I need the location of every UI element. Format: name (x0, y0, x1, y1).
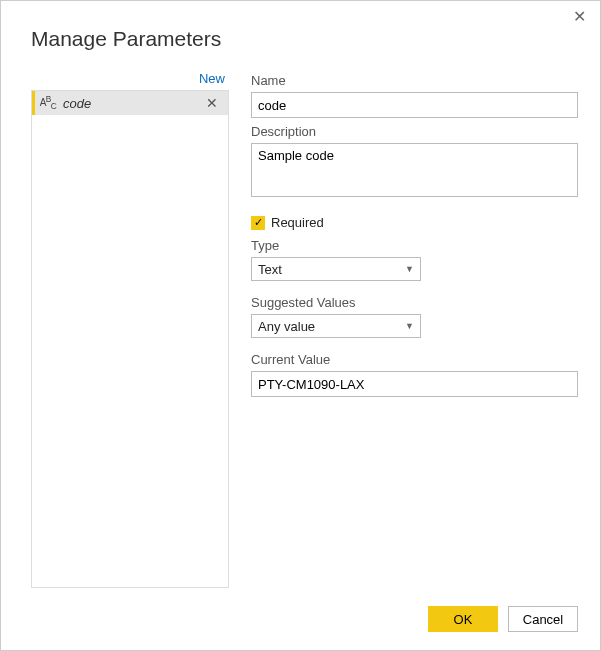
suggested-values-select[interactable]: Any value ▼ (251, 314, 421, 338)
chevron-down-icon: ▼ (405, 321, 414, 331)
parameter-item-name: code (61, 96, 204, 111)
description-input[interactable]: Sample code (251, 143, 578, 197)
name-input[interactable] (251, 92, 578, 118)
parameter-list-item[interactable]: ABC code ✕ (32, 91, 228, 115)
manage-parameters-dialog: ✕ Manage Parameters New ABC code ✕ Name … (0, 0, 601, 651)
dialog-content: New ABC code ✕ Name Description Sample c… (1, 51, 600, 592)
suggested-values-select-value: Any value (258, 319, 315, 334)
type-select-value: Text (258, 262, 282, 277)
required-checkbox[interactable]: ✓ (251, 216, 265, 230)
description-label: Description (251, 124, 578, 139)
chevron-down-icon: ▼ (405, 264, 414, 274)
required-label: Required (271, 215, 324, 230)
parameters-list: ABC code ✕ (31, 90, 229, 588)
dialog-title: Manage Parameters (1, 1, 600, 51)
current-value-label: Current Value (251, 352, 578, 367)
type-label: Type (251, 238, 578, 253)
name-label: Name (251, 73, 578, 88)
current-value-input[interactable] (251, 371, 578, 397)
close-icon[interactable]: ✕ (573, 9, 586, 25)
delete-parameter-icon[interactable]: ✕ (204, 95, 220, 111)
suggested-values-label: Suggested Values (251, 295, 578, 310)
parameter-details-panel: Name Description Sample code ✓ Required … (251, 71, 578, 592)
ok-button[interactable]: OK (428, 606, 498, 632)
cancel-button[interactable]: Cancel (508, 606, 578, 632)
required-row: ✓ Required (251, 215, 578, 230)
text-type-icon: ABC (35, 94, 61, 111)
parameters-panel: New ABC code ✕ (31, 71, 229, 592)
type-select[interactable]: Text ▼ (251, 257, 421, 281)
dialog-footer: OK Cancel (1, 592, 600, 650)
new-parameter-link[interactable]: New (31, 71, 229, 90)
